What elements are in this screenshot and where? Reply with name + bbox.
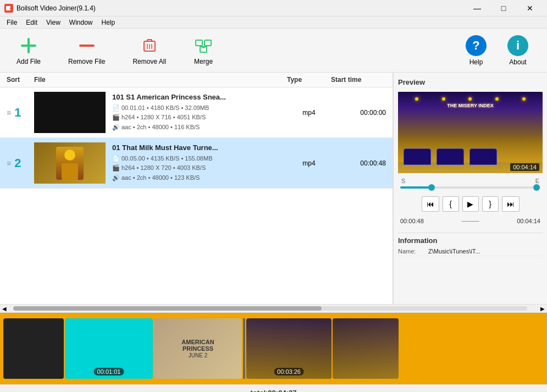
help-button[interactable]: ? Help [458, 32, 494, 69]
timeline-clip-2[interactable]: 00:01:01 [65, 318, 153, 379]
scrollbar-track[interactable] [13, 306, 527, 311]
clip-time-2: 00:01:01 [94, 368, 124, 376]
info-name-value: Z\Music\iTunes\iT... [428, 248, 480, 255]
scroll-left-button[interactable]: ◀ [0, 304, 9, 313]
title-bar-controls: — □ ✕ [465, 0, 543, 16]
mark-in-button[interactable]: { [443, 196, 459, 212]
seek-bar[interactable] [400, 186, 540, 189]
scrollbar-thumb[interactable] [13, 306, 322, 311]
total-time: 00:04:14 [517, 218, 540, 224]
file-list-header: Sort File Type Start time [0, 73, 393, 87]
clip-time-4: 00:03:26 [274, 368, 304, 376]
col-time-header: Start time [331, 76, 386, 84]
title-bar: Boilsoft Video Joiner(9.1.4) — □ ✕ [0, 0, 547, 16]
row-meta-2: 📄 00.05.00 • 4135 KB/S • 155.08MB 🎬 h264… [112, 154, 287, 183]
row-title-1: 101 S1 American Princess Snea... [112, 93, 287, 101]
close-button[interactable]: ✕ [517, 0, 543, 16]
merge-label: Merge [194, 58, 213, 65]
timeline-clip-1[interactable] [3, 318, 64, 379]
col-type-header: Type [287, 76, 331, 84]
help-about-group: ? Help i About [458, 32, 536, 69]
meta-audio-2: 🔊 aac • 2ch • 48000 • 123 KB/S [112, 173, 200, 183]
file-list: Sort File Type Start time ≡ 1 101 S1 Ame… [0, 73, 393, 304]
row-thumb-2 [34, 142, 106, 184]
status-total-time: 00:04:27 [268, 389, 296, 392]
skip-back-button[interactable]: ⏮ [422, 196, 439, 212]
row-thumb-1 [34, 92, 106, 133]
seek-labels: S E [400, 178, 540, 184]
info-section: Information Name: Z\Music\iTunes\iT... [398, 231, 543, 256]
row-num-1: 1 [14, 106, 21, 120]
main-area: Sort File Type Start time ≡ 1 101 S1 Ame… [0, 73, 547, 304]
menu-help[interactable]: Help [97, 18, 120, 27]
remove-file-icon [77, 36, 97, 56]
info-name-row: Name: Z\Music\iTunes\iT... [398, 247, 543, 256]
menu-view[interactable]: View [42, 18, 65, 27]
about-label: About [509, 58, 526, 66]
table-row[interactable]: ≡ 2 01 That Milk Must Have Turne... 📄 00… [0, 138, 393, 189]
meta-file-2: 📄 00.05.00 • 4135 KB/S • 155.08MB [112, 154, 212, 164]
maximize-button[interactable]: □ [491, 0, 516, 16]
time-display: 00:00:48 —— 00:04:14 [398, 216, 543, 226]
clip-divider [243, 318, 245, 379]
transport-controls: ⏮ { ▶ } ⏭ [398, 195, 543, 213]
remove-all-button[interactable]: Remove All [127, 32, 172, 69]
minimize-button[interactable]: — [465, 0, 490, 16]
current-time: 00:00:48 [400, 218, 424, 224]
menu-window[interactable]: Window [65, 18, 97, 27]
seek-handle-end[interactable] [533, 184, 540, 191]
merge-button[interactable]: Merge [188, 32, 219, 69]
clip-label-3: AMERICANPRINCESSJUNE 2 [178, 335, 217, 362]
seek-bar-fill [400, 186, 431, 189]
info-title: Information [398, 233, 543, 247]
remove-all-label: Remove All [132, 58, 166, 65]
scroll-right-button[interactable]: ▶ [538, 304, 547, 313]
time-separator: —— [462, 216, 479, 226]
preview-panel: Preview THE MISERY INDEX [393, 73, 547, 304]
help-label: Help [469, 58, 483, 66]
preview-time-badge: 00:04:14 [510, 163, 539, 171]
drag-icon-2: ≡ [7, 159, 11, 168]
row-info-1: 101 S1 American Princess Snea... 📄 00.01… [112, 93, 287, 132]
app-icon [4, 4, 13, 13]
help-icon: ? [466, 35, 487, 56]
timeline-clip-5[interactable] [333, 318, 399, 379]
row-time-1: 00:00:00 [331, 109, 386, 117]
timeline-clip-4[interactable]: 00:03:26 [246, 318, 331, 379]
status-total-label: total: [251, 389, 268, 392]
menu-edit[interactable]: Edit [21, 18, 42, 27]
app-title: Boilsoft Video Joiner(9.1.4) [16, 4, 96, 12]
row-sort-1: ≡ 1 [7, 106, 34, 120]
menu-file[interactable]: File [2, 18, 21, 27]
row-sort-2: ≡ 2 [7, 156, 34, 170]
about-button[interactable]: i About [500, 32, 536, 69]
timeline: 00:01:01 AMERICANPRINCESSJUNE 2 00:03:26 [0, 313, 547, 384]
play-button[interactable]: ▶ [462, 196, 479, 212]
mark-out-button[interactable]: } [482, 196, 499, 212]
col-sort-header: Sort [7, 76, 34, 84]
add-file-button[interactable]: Add File [11, 32, 46, 69]
seek-handle[interactable] [428, 184, 435, 191]
skip-fwd-button[interactable]: ⏭ [502, 196, 520, 212]
meta-file-1: 📄 00.01.01 • 4180 KB/S • 32.09MB [112, 103, 209, 113]
remove-file-label: Remove File [68, 58, 105, 65]
info-name-label: Name: [398, 248, 428, 255]
scrollbar-area: ◀ ▶ [0, 304, 547, 313]
seek-bar-container: S E [398, 176, 543, 192]
add-file-icon [19, 36, 38, 56]
preview-video: THE MISERY INDEX 00:04:14 [398, 92, 543, 173]
table-row[interactable]: ≡ 1 101 S1 American Princess Snea... 📄 0… [0, 87, 393, 138]
preview-title: Preview [398, 77, 543, 89]
row-type-1: mp4 [287, 109, 331, 117]
svg-rect-12 [196, 40, 202, 46]
row-time-2: 00:00:48 [331, 159, 386, 167]
svg-rect-13 [205, 40, 211, 46]
meta-audio-1: 🔊 aac • 2ch • 48000 • 116 KB/S [112, 123, 200, 132]
merge-icon [194, 36, 213, 56]
toolbar: Add File Remove File Remove All [0, 29, 547, 73]
row-num-2: 2 [14, 156, 21, 170]
remove-file-button[interactable]: Remove File [63, 32, 110, 69]
drag-icon: ≡ [7, 108, 11, 117]
timeline-clip-3[interactable]: AMERICANPRINCESSJUNE 2 [154, 318, 242, 379]
add-file-label: Add File [16, 58, 41, 65]
